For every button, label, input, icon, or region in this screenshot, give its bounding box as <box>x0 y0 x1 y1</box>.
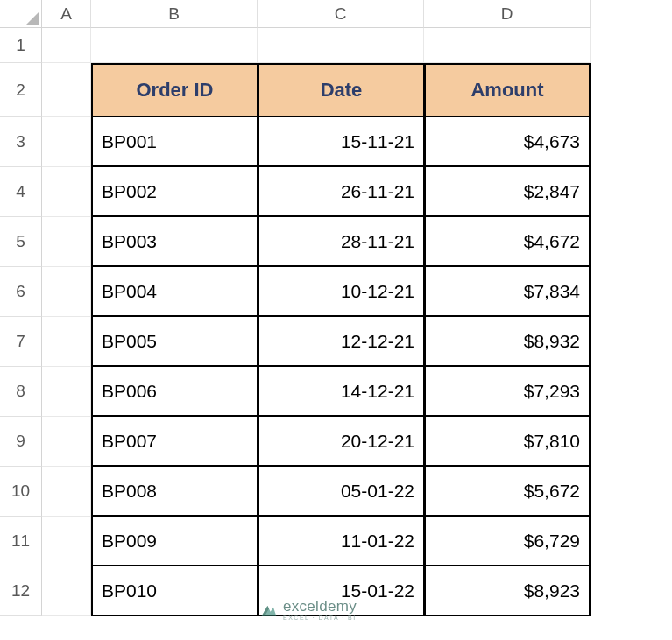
cell-a10[interactable] <box>42 467 91 517</box>
table-row[interactable]: BP002 <box>91 167 258 217</box>
header-order-id[interactable]: Order ID <box>91 63 258 117</box>
table-row[interactable]: 15-11-21 <box>258 117 424 167</box>
cell-a11[interactable] <box>42 517 91 566</box>
cell-c1[interactable] <box>258 28 424 63</box>
table-row[interactable]: $5,672 <box>424 467 591 517</box>
cell-b1[interactable] <box>91 28 258 63</box>
table-row[interactable]: 12-12-21 <box>258 317 424 367</box>
table-row[interactable]: BP006 <box>91 367 258 417</box>
exceldemy-logo-icon <box>260 601 278 619</box>
cell-a9[interactable] <box>42 417 91 467</box>
watermark-text: exceldemy EXCEL · DATA · BI <box>283 599 357 621</box>
col-header-a[interactable]: A <box>42 0 91 28</box>
row-header-9[interactable]: 9 <box>0 417 42 467</box>
row-header-8[interactable]: 8 <box>0 367 42 417</box>
col-header-d[interactable]: D <box>424 0 591 28</box>
table-row[interactable]: BP001 <box>91 117 258 167</box>
cell-a6[interactable] <box>42 267 91 317</box>
watermark: exceldemy EXCEL · DATA · BI <box>260 599 357 621</box>
table-row[interactable]: BP003 <box>91 217 258 267</box>
table-row[interactable]: BP008 <box>91 467 258 517</box>
table-row[interactable]: BP005 <box>91 317 258 367</box>
row-header-3[interactable]: 3 <box>0 117 42 167</box>
table-row[interactable]: $2,847 <box>424 167 591 217</box>
table-row[interactable]: 10-12-21 <box>258 267 424 317</box>
cell-a4[interactable] <box>42 167 91 217</box>
table-row[interactable]: 28-11-21 <box>258 217 424 267</box>
row-header-11[interactable]: 11 <box>0 517 42 566</box>
watermark-tagline: EXCEL · DATA · BI <box>283 615 357 621</box>
table-row[interactable]: $4,673 <box>424 117 591 167</box>
spreadsheet-grid: A B C D 1 2 Order ID Date Amount 3 BP001… <box>0 0 672 616</box>
cell-d1[interactable] <box>424 28 591 63</box>
cell-a12[interactable] <box>42 566 91 616</box>
table-row[interactable]: BP009 <box>91 517 258 566</box>
cell-a8[interactable] <box>42 367 91 417</box>
row-header-10[interactable]: 10 <box>0 467 42 517</box>
table-row[interactable]: $8,932 <box>424 317 591 367</box>
table-row[interactable]: $7,810 <box>424 417 591 467</box>
header-date[interactable]: Date <box>258 63 424 117</box>
cell-a5[interactable] <box>42 217 91 267</box>
row-header-2[interactable]: 2 <box>0 63 42 117</box>
select-all-corner[interactable] <box>0 0 42 28</box>
table-row[interactable]: $7,834 <box>424 267 591 317</box>
header-amount[interactable]: Amount <box>424 63 591 117</box>
table-row[interactable]: $6,729 <box>424 517 591 566</box>
table-row[interactable]: BP007 <box>91 417 258 467</box>
row-header-6[interactable]: 6 <box>0 267 42 317</box>
table-row[interactable]: 11-01-22 <box>258 517 424 566</box>
table-row[interactable]: $7,293 <box>424 367 591 417</box>
table-row[interactable]: BP010 <box>91 566 258 616</box>
cell-a7[interactable] <box>42 317 91 367</box>
cell-a2[interactable] <box>42 63 91 117</box>
row-header-4[interactable]: 4 <box>0 167 42 217</box>
table-row[interactable]: 14-12-21 <box>258 367 424 417</box>
row-header-1[interactable]: 1 <box>0 28 42 63</box>
watermark-name: exceldemy <box>283 599 357 614</box>
table-row[interactable]: $4,672 <box>424 217 591 267</box>
col-header-b[interactable]: B <box>91 0 258 28</box>
row-header-5[interactable]: 5 <box>0 217 42 267</box>
cell-a1[interactable] <box>42 28 91 63</box>
table-row[interactable]: BP004 <box>91 267 258 317</box>
table-row[interactable]: 20-12-21 <box>258 417 424 467</box>
table-row[interactable]: 05-01-22 <box>258 467 424 517</box>
col-header-c[interactable]: C <box>258 0 424 28</box>
row-header-7[interactable]: 7 <box>0 317 42 367</box>
cell-a3[interactable] <box>42 117 91 167</box>
row-header-12[interactable]: 12 <box>0 566 42 616</box>
table-row[interactable]: $8,923 <box>424 566 591 616</box>
table-row[interactable]: 26-11-21 <box>258 167 424 217</box>
